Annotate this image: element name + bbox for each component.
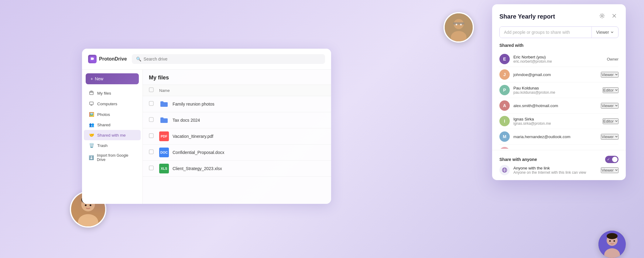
- folder-icon-family-photos: [159, 99, 169, 109]
- avatar-eric: E: [499, 54, 510, 64]
- globe-icon: [499, 165, 510, 175]
- share-anyone-row: Anyone with the link Anyone on the Inter…: [499, 165, 618, 175]
- avatar-elderly: [444, 12, 474, 43]
- user-role-pau[interactable]: Editor: [603, 87, 618, 93]
- anyone-link-subtitle: Anyone on the Internet with this link ca…: [513, 170, 597, 175]
- anyone-role-dropdown[interactable]: Viewer: [601, 167, 618, 173]
- select-all-checkbox[interactable]: [149, 87, 156, 93]
- avatar-ignas: I: [499, 116, 510, 126]
- sidebar-label-import: Import from Google Drive: [97, 153, 136, 162]
- plus-icon: +: [91, 76, 93, 81]
- share-anyone-toggle[interactable]: ✓: [605, 156, 618, 163]
- file-checkbox-tax-docs[interactable]: [149, 117, 156, 123]
- search-bar[interactable]: 🔍: [132, 54, 325, 64]
- anyone-role-label: Viewer: [601, 168, 614, 173]
- user-email-johndoe: johndoe@gmail.com: [513, 72, 601, 77]
- file-table: Name Family reunion photos: [143, 85, 331, 177]
- svg-point-10: [85, 204, 87, 206]
- file-name-client: Client_Strategy_2023.xlsx: [173, 166, 222, 171]
- sidebar-label-computers: Computers: [97, 102, 117, 106]
- avatar-pau: P: [499, 85, 510, 95]
- trash-icon: 🗑️: [89, 143, 94, 148]
- user-name-pau: Pau Koldunas: [513, 86, 603, 90]
- shared-user-row-pau: P Pau Koldunas pau.koldunas@proton.me Ed…: [499, 82, 618, 98]
- user-email-ignas: ignas.sirka@proton.me: [513, 121, 603, 126]
- file-checkbox-client[interactable]: [149, 166, 156, 172]
- svg-rect-20: [149, 166, 153, 170]
- file-row-tax-docs[interactable]: Tax docs 2024: [143, 112, 331, 128]
- proton-logo-text: ProtonDrive: [99, 56, 127, 62]
- shared-users-list: E Eric Norbert (you) eric.norbert@proton…: [499, 51, 618, 149]
- shared-with-section: Shared with E Eric Norbert (you) eric.no…: [492, 43, 626, 149]
- docx-icon-confidential: DOC: [159, 148, 169, 157]
- file-checkbox-vacation-pdf[interactable]: [149, 133, 156, 139]
- search-input[interactable]: [144, 57, 321, 61]
- sidebar-item-shared[interactable]: 👥 Shared: [84, 120, 141, 130]
- sidebar-label-shared: Shared: [97, 123, 111, 127]
- role-dropdown-button[interactable]: Viewer: [591, 27, 618, 38]
- drive-content: + New My files Computers 🖼️ Photos: [82, 70, 331, 204]
- user-name-john-mayer: John Mayer: [513, 148, 603, 149]
- file-name-family-photos: Family reunion photos: [173, 102, 214, 106]
- file-checkbox-confidential[interactable]: [149, 149, 156, 155]
- shared-icon: 👥: [89, 122, 94, 127]
- user-role-alex[interactable]: Viewer: [601, 103, 618, 109]
- svg-rect-15: [149, 88, 153, 92]
- user-name-ignas: Ignas Sirka: [513, 117, 603, 121]
- user-email-pau: pau.koldunas@proton.me: [513, 90, 603, 95]
- avatar-alex: A: [499, 100, 510, 111]
- drive-header: ProtonDrive 🔍: [82, 49, 331, 70]
- share-anyone-header: Share with anyone ✓: [499, 156, 618, 163]
- avatar-john-mayer: J: [499, 147, 510, 149]
- new-button-label: New: [95, 76, 103, 81]
- file-name-vacation-pdf: Vacation_Itinerary.pdf: [173, 134, 213, 139]
- svg-rect-18: [149, 134, 153, 138]
- sidebar-item-computers[interactable]: Computers: [84, 99, 141, 109]
- user-role-ignas[interactable]: Editor: [603, 118, 618, 124]
- user-role-johndoe[interactable]: Viewer: [601, 72, 618, 78]
- sidebar-label-shared-with-me: Shared with me: [97, 133, 126, 138]
- file-row-confidential-docx[interactable]: DOC Confidential_Proposal.docx: [143, 145, 331, 161]
- svg-point-5: [460, 24, 462, 26]
- share-settings-button[interactable]: [598, 12, 606, 22]
- file-row-client-xlsx[interactable]: XLS Client_Strategy_2023.xlsx: [143, 161, 331, 177]
- user-email-maria: maria.hernandez@outlook.com: [513, 134, 601, 139]
- file-row-vacation-pdf[interactable]: PDF Vacation_Itinerary.pdf: [143, 128, 331, 145]
- sidebar-item-import[interactable]: ⬇️ Import from Google Drive: [84, 151, 141, 165]
- drive-main-header: My files: [143, 70, 331, 85]
- toggle-check-icon: ✓: [607, 157, 610, 162]
- share-divider: [492, 150, 626, 150]
- anyone-info: Anyone with the link Anyone on the Inter…: [513, 166, 597, 175]
- file-name-tax-docs: Tax docs 2024: [173, 118, 200, 123]
- new-button[interactable]: + New: [86, 73, 139, 84]
- share-dialog-title: Share Yearly report: [499, 13, 555, 20]
- share-dialog: Share Yearly report Viewer Shared with E…: [492, 4, 626, 180]
- sidebar-item-photos[interactable]: 🖼️ Photos: [84, 109, 141, 120]
- svg-rect-17: [149, 117, 153, 122]
- sidebar-item-shared-with-me[interactable]: 🤝 Shared with me: [84, 130, 141, 140]
- shared-with-title: Shared with: [499, 43, 618, 48]
- file-checkbox-family-photos[interactable]: [149, 101, 156, 107]
- user-info-johndoe: johndoe@gmail.com: [513, 72, 601, 77]
- sidebar-item-my-files[interactable]: My files: [84, 88, 141, 99]
- user-info-maria: maria.hernandez@outlook.com: [513, 134, 601, 139]
- sidebar-item-trash[interactable]: 🗑️ Trash: [84, 140, 141, 151]
- svg-rect-3: [453, 22, 464, 24]
- avatar-johndoe: J: [499, 69, 510, 80]
- share-dialog-actions: [598, 12, 618, 22]
- user-info-alex: alex.smith@hotmail.com: [513, 103, 601, 108]
- svg-point-21: [601, 15, 603, 17]
- shared-user-row-eric: E Eric Norbert (you) eric.norbert@proton…: [499, 51, 618, 67]
- drive-panel: ProtonDrive 🔍 + New My files: [82, 49, 331, 204]
- share-anyone-title: Share with anyone: [499, 157, 537, 162]
- user-role-maria[interactable]: Viewer: [601, 134, 618, 140]
- svg-rect-16: [149, 101, 153, 106]
- main-title: My files: [149, 75, 169, 81]
- svg-rect-13: [90, 92, 93, 95]
- svg-rect-19: [149, 150, 153, 154]
- add-people-input[interactable]: [500, 27, 591, 38]
- share-close-button[interactable]: [610, 12, 618, 22]
- svg-point-4: [456, 24, 457, 26]
- svg-rect-14: [90, 102, 93, 105]
- file-row-family-photos[interactable]: Family reunion photos: [143, 96, 331, 112]
